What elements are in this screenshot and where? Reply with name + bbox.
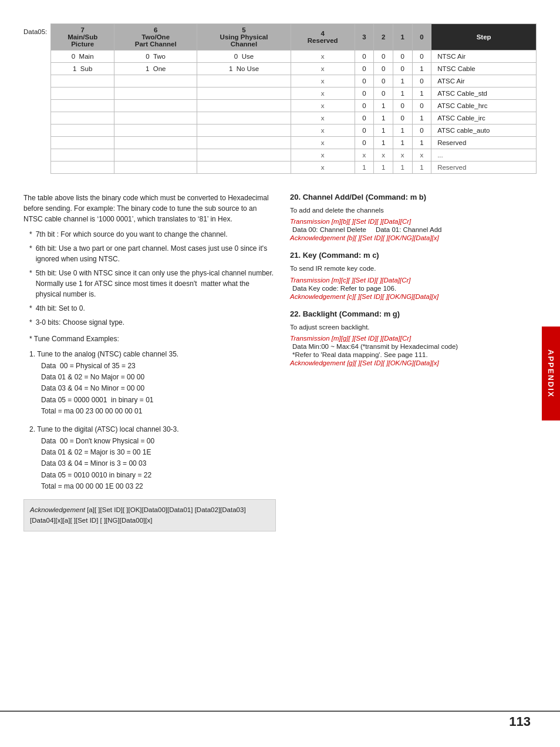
empty-dc — [197, 149, 291, 161]
step-r6: ATSC cable_auto — [431, 124, 537, 137]
data-row-dots: x x x x x ... — [51, 149, 537, 161]
d1-r6: 1 — [393, 124, 412, 137]
d1-r3: 1 — [393, 88, 412, 100]
step-r0: NTSC Air — [431, 51, 537, 63]
d0-r4: 0 — [412, 100, 431, 112]
tune-block-2: 2. Tune to the digital (ATSC) local chan… — [29, 424, 276, 492]
bullet-2: * 6th bit: Use a two part or one part ch… — [29, 243, 276, 264]
step-r5: ATSC Cable_irc — [431, 112, 537, 124]
d0-r2: 0 — [412, 75, 431, 88]
section-21-title: 21. Key (Command: m c) — [290, 251, 537, 260]
empty-7c — [197, 137, 291, 149]
d0-r3: 1 — [412, 88, 431, 100]
th-twoOne: Two/OnePart Channel — [135, 33, 177, 48]
data-table: 7 Main/SubPicture 6 Two/OnePart Channel … — [50, 23, 537, 174]
bullet-3: * 5th bit: Use 0 with NTSC since it can … — [29, 268, 276, 300]
d1-r1: 0 — [393, 63, 412, 75]
bit7-val1: 1 Sub — [51, 63, 114, 75]
d3-r7: 0 — [355, 137, 374, 149]
d3-r0: 0 — [355, 51, 374, 63]
empty-6b — [114, 124, 197, 137]
d1-r0: 0 — [393, 51, 412, 63]
section-20-ack: Acknowledgement [b][ ][Set ID][ ][OK/NG]… — [290, 234, 537, 241]
appendix-label: APPENDIX — [546, 349, 555, 398]
section-20: 20. Channel Add/Del (Command: m b) To ad… — [290, 193, 537, 241]
bullet-text-5: 3-0 bits: Choose signal type. — [36, 317, 124, 328]
th-bit6: 6 Two/OnePart Channel — [114, 24, 197, 51]
empty-3b — [114, 88, 197, 100]
empty-4c — [197, 100, 291, 112]
th-bit7: 7 Main/SubPicture — [51, 24, 114, 51]
data-row-6: x 0 1 1 0 ATSC cable_auto — [51, 124, 537, 137]
table-wrapper: Data05: 7 Main/SubPicture 6 Two/OnePart … — [23, 23, 537, 184]
d3-rl: 1 — [355, 161, 374, 174]
th-step: Step — [431, 24, 537, 51]
reserved-x4: x — [291, 100, 355, 112]
d0-r7: 1 — [412, 137, 431, 149]
reserved-x3: x — [291, 88, 355, 100]
empty-6a — [51, 124, 114, 137]
step-rd: ... — [431, 149, 537, 161]
section-22: 22. Backlight (Command: m g) To adjust s… — [290, 309, 537, 366]
ack-italic: Acknowledgement — [30, 506, 85, 513]
empty-5b — [114, 112, 197, 124]
d2-r7: 1 — [374, 137, 393, 149]
section-21-desc: To send IR remote key code. — [290, 263, 537, 274]
th-mainSub: Main/SubPicture — [68, 33, 97, 48]
d1-r7: 1 — [393, 137, 412, 149]
th-bit3: 3 — [355, 24, 374, 51]
empty-4b — [114, 100, 197, 112]
d0-r1: 1 — [412, 63, 431, 75]
section-20-desc: To add and delete the channels — [290, 205, 537, 216]
d3-r5: 0 — [355, 112, 374, 124]
section-21-transmission: Transmission [m][c][ ][Set ID][ ][Data][… — [290, 277, 537, 284]
reserved-xd: x — [291, 149, 355, 161]
tune-1-line-1: Data 00 = Physical of 35 = 23 — [41, 361, 276, 372]
d1-r2: 1 — [393, 75, 412, 88]
reserved-xl: x — [291, 161, 355, 174]
bit-def-row-1: 1 Sub 1 One 1 No Use x 0 0 0 1 NTSC Cabl… — [51, 63, 537, 75]
d2-rd: x — [374, 149, 393, 161]
tune-1-line-3: Data 03 & 04 = No Minor = 00 00 — [41, 383, 276, 394]
reserved-x5: x — [291, 112, 355, 124]
th-reserved: Reserved — [308, 37, 338, 44]
bullet-4: * 4th bit: Set to 0. — [29, 303, 276, 314]
d2-r3: 0 — [374, 88, 393, 100]
tune-1-title: 1. Tune to the analog (NTSC) cable chann… — [29, 349, 276, 359]
tune-block-1: 1. Tune to the analog (NTSC) cable chann… — [29, 349, 276, 417]
data05-label: Data05: — [23, 28, 47, 35]
step-r3: ATSC Cable_std — [431, 88, 537, 100]
data-row-last: x 1 1 1 1 Reserved — [51, 161, 537, 174]
left-column: The table above lists the binary code wh… — [23, 193, 276, 531]
ack-box: Acknowledgement [a][ ][Set ID][ ][OK][Da… — [23, 499, 276, 531]
bullet-text-4: 4th bit: Set to 0. — [36, 303, 85, 314]
tune-1-line-4: Data 05 = 0000 0001 in binary = 01 — [41, 395, 276, 406]
tune-2-line-3: Data 03 & 04 = Minor is 3 = 00 03 — [41, 458, 276, 469]
tune-2-lines: Data 00 = Don't know Physical = 00 Data … — [41, 436, 276, 492]
tune-2-line-4: Data 05 = 0010 0010 in binary = 22 — [41, 470, 276, 481]
d3-rd: x — [355, 149, 374, 161]
bullet-star-5: * — [29, 317, 32, 328]
tune-1-lines: Data 00 = Physical of 35 = 23 Data 01 & … — [41, 361, 276, 417]
d3-r3: 0 — [355, 88, 374, 100]
bullet-1: * 7th bit : For which source do you want… — [29, 229, 276, 240]
section-22-data-2: *Refer to 'Real data mapping'. See page … — [292, 351, 537, 358]
d2-r0: 0 — [374, 51, 393, 63]
section-22-transmission: Transmission [m][g][ ][Set ID][ ][Data][… — [290, 335, 537, 342]
empty-6c — [197, 124, 291, 137]
d1-r4: 0 — [393, 100, 412, 112]
bullet-text-1: 7th bit : For which source do you want t… — [36, 229, 228, 240]
tune-1-line-2: Data 01 & 02 = No Major = 00 00 — [41, 372, 276, 383]
d0-rl: 1 — [412, 161, 431, 174]
th-bit1: 1 — [393, 24, 412, 51]
appendix-sidebar: APPENDIX — [542, 327, 560, 420]
empty-da — [51, 149, 114, 161]
reserved-x2: x — [291, 75, 355, 88]
bullet-star-2: * — [29, 243, 32, 264]
reserved-x6: x — [291, 124, 355, 137]
section-20-title: 20. Channel Add/Del (Command: m b) — [290, 193, 537, 201]
d0-rd: x — [412, 149, 431, 161]
d3-r1: 0 — [355, 63, 374, 75]
section-21: 21. Key (Command: m c) To send IR remote… — [290, 251, 537, 300]
d0-r5: 1 — [412, 112, 431, 124]
